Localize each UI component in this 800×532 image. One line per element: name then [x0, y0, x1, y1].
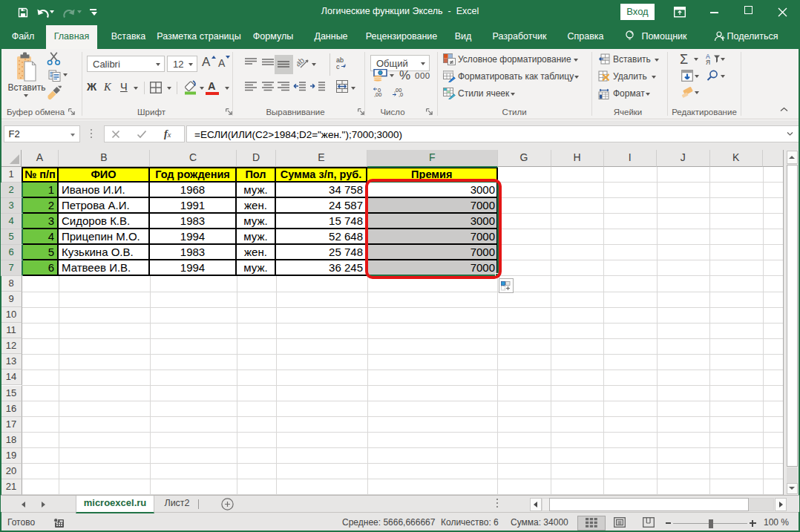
svg-text:c: c	[336, 63, 340, 70]
svg-text:,00: ,00	[374, 91, 381, 97]
svg-text:Я: Я	[706, 59, 710, 65]
svg-text:,0: ,0	[399, 91, 403, 97]
